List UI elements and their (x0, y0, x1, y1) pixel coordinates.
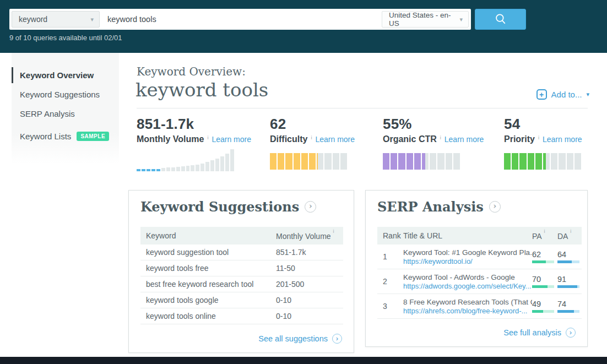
learn-more-link[interactable]: Learn more (212, 135, 251, 144)
column-keyword: Keyword (140, 231, 276, 240)
serp-title-url: Keyword Tool: #1 Google Keyword Pla...ht… (403, 248, 532, 265)
suggestion-volume: 11-50 (276, 264, 343, 273)
learn-more-link[interactable]: Learn more (445, 135, 484, 144)
chevron-down-icon (459, 17, 463, 23)
info-icon (538, 135, 539, 140)
monthly-volume-chart (137, 149, 234, 171)
da-bar (557, 285, 579, 288)
sidebar: Keyword OverviewKeyword SuggestionsSERP … (12, 53, 119, 164)
gauge-segment (301, 153, 308, 170)
table-row[interactable]: keyword suggestion tool851-1.7k (140, 245, 343, 260)
sidebar-item-serp-analysis[interactable]: SERP Analysis (12, 104, 119, 123)
volume-bar (210, 160, 214, 171)
learn-more-link[interactable]: Learn more (315, 135, 355, 144)
suggestion-volume: 201-500 (276, 280, 343, 289)
gauge-segment (270, 153, 277, 170)
learn-more-link[interactable]: Learn more (543, 135, 582, 144)
pa-bar (532, 310, 554, 313)
serp-url-link[interactable]: https://ahrefs.com/blog/free-keyword-... (403, 307, 532, 315)
serp-url-link[interactable]: https://adwords.google.com/select/Key... (403, 282, 532, 290)
search-icon (494, 12, 508, 26)
pa-value: 62 (532, 250, 557, 259)
suggestion-keyword: keyword tools free (140, 264, 276, 273)
table-row: 2Keyword Tool - AdWords - Googlehttps://… (377, 269, 582, 294)
info-icon (570, 229, 571, 234)
volume-bar (176, 167, 180, 171)
keyword-lists-label: Keyword Lists (20, 132, 71, 141)
column-monthly-volume: Monthly Volume (276, 231, 343, 241)
gauge-segment (309, 153, 316, 170)
serp-table: Rank Title & URL PA DA 1Keyword Tool: #1… (377, 227, 582, 319)
serp-title-url: 8 Free Keyword Research Tools (That C...… (403, 298, 532, 315)
gauge-segment (317, 153, 323, 170)
da-cell: 91 (557, 275, 582, 288)
suggestions-table-header: Keyword Monthly Volume (140, 227, 343, 245)
volume-bar (230, 149, 234, 171)
serp-analysis-panel: SERP Analysis Rank Title & URL PA DA 1Ke… (365, 190, 588, 347)
da-cell: 74 (557, 300, 582, 313)
serp-title-url: Keyword Tool - AdWords - Googlehttps://a… (403, 273, 532, 290)
gauge-segment (391, 153, 397, 170)
volume-bar (142, 169, 145, 171)
sidebar-nav: Keyword OverviewKeyword SuggestionsSERP … (12, 66, 119, 123)
gauge-segment (551, 153, 557, 170)
priority-value: 54 (504, 116, 582, 133)
add-to-button[interactable]: Add to... (536, 89, 589, 100)
organic-ctr-gauge (383, 153, 460, 170)
sidebar-item-keyword-overview[interactable]: Keyword Overview (12, 66, 119, 85)
chevron-right-circle-icon[interactable] (305, 201, 316, 213)
search-button[interactable] (475, 9, 526, 30)
info-icon (440, 135, 441, 140)
chevron-right-circle-icon (332, 334, 342, 344)
bottom-bar (0, 357, 607, 364)
serp-url-link[interactable]: https://keywordtool.io/ (403, 257, 532, 265)
volume-bar (200, 164, 204, 171)
volume-bar (196, 165, 199, 171)
da-cell: 64 (557, 250, 582, 263)
keyword-scope-value: keyword (19, 15, 47, 24)
top-bar: keyword United States - en-US 9 of 10 qu… (0, 0, 607, 53)
serp-rows: 1Keyword Tool: #1 Google Keyword Pla...h… (377, 245, 582, 319)
pa-cell: 49 (532, 300, 557, 313)
monthly-volume-value: 851-1.7k (137, 116, 251, 133)
see-full-analysis-link[interactable]: See full analysis (503, 328, 576, 338)
keyword-scope-select[interactable]: keyword (12, 11, 100, 28)
heading-divider (137, 108, 588, 108)
info-icon (311, 135, 312, 140)
sidebar-item-keyword-suggestions[interactable]: Keyword Suggestions (12, 85, 119, 104)
chevron-down-icon (90, 17, 94, 23)
serp-title: Keyword Tool - AdWords - Google (403, 273, 532, 281)
table-row[interactable]: keyword tools google0-10 (140, 292, 343, 308)
table-row[interactable]: keyword tools online0-10 (140, 308, 343, 324)
da-bar (557, 260, 579, 263)
pa-cell: 70 (532, 275, 557, 288)
locale-select[interactable]: United States - en-US (382, 11, 469, 28)
da-value: 64 (557, 250, 582, 259)
volume-bar (147, 169, 150, 171)
suggestions-rows: keyword suggestion tool851-1.7kkeyword t… (140, 245, 343, 324)
see-all-suggestions-link[interactable]: See all suggestions (258, 334, 342, 344)
plus-icon (536, 89, 547, 100)
volume-bar (166, 167, 170, 171)
search-input[interactable] (100, 11, 382, 28)
priority-gauge (504, 153, 581, 170)
priority-label: Priority (504, 134, 535, 144)
gauge-segment (340, 153, 347, 170)
column-da: DA (557, 231, 582, 241)
gauge-segment (559, 153, 565, 170)
sidebar-item-keyword-lists[interactable]: Keyword Lists SAMPLE (12, 132, 119, 141)
chevron-right-circle-icon[interactable] (489, 201, 501, 213)
pa-value: 49 (532, 300, 557, 308)
gauge-segment (519, 153, 526, 170)
gauge-segment (543, 153, 550, 170)
gauge-segment (535, 153, 542, 170)
table-row[interactable]: best free keyword research tool201-500 (140, 276, 343, 292)
pa-cell: 62 (532, 250, 557, 263)
metric-priority: 54 Priority Learn more (504, 116, 582, 170)
difficulty-label: Difficulty (270, 134, 307, 144)
gauge-segment (512, 153, 518, 170)
table-row[interactable]: keyword tools free11-50 (140, 260, 343, 276)
gauge-segment (278, 153, 284, 170)
gauge-segment (446, 153, 452, 170)
column-pa: PA (532, 231, 557, 241)
